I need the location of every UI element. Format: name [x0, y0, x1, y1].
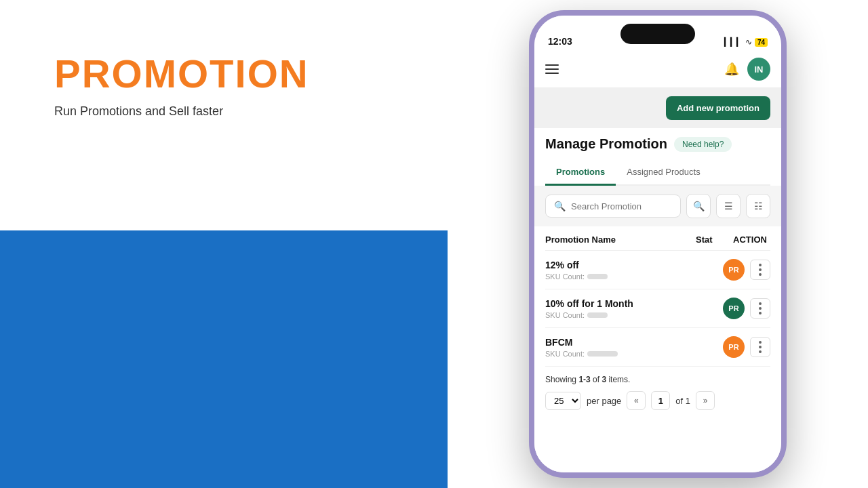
- filter-button[interactable]: ☰: [716, 194, 741, 218]
- signal-icon: ▎▎▎: [724, 37, 743, 47]
- col-header-status: Stat: [696, 235, 730, 245]
- search-input[interactable]: [571, 201, 672, 211]
- action-menu-button[interactable]: [750, 260, 770, 280]
- status-badge: PR: [723, 298, 745, 319]
- sku-count-bar: [587, 312, 608, 318]
- dot: [759, 302, 762, 305]
- promo-name: 12% off: [545, 260, 723, 270]
- sku-count: SKU Count:: [545, 311, 723, 319]
- status-badge: PR: [723, 336, 745, 358]
- pagination-section: Showing 1-3 of 3 items. 25 per page « 1 …: [534, 367, 781, 418]
- dot: [759, 346, 762, 348]
- status-time: 12:03: [548, 36, 572, 47]
- current-page-number: 1: [651, 391, 670, 410]
- search-input-wrap: 🔍: [545, 195, 681, 218]
- sku-count-bar: [587, 274, 608, 279]
- columns-button[interactable]: ☷: [746, 194, 770, 218]
- promotions-table: Promotion Name Stat ACTION 12% off SKU C…: [534, 226, 781, 367]
- dot: [759, 341, 762, 344]
- sku-count-bar: [587, 351, 618, 357]
- hamburger-menu[interactable]: [545, 64, 559, 74]
- action-menu-button[interactable]: [750, 298, 770, 319]
- promo-name: 10% off for 1 Month: [545, 298, 723, 309]
- status-icons: ▎▎▎ ∿ 74: [724, 37, 768, 47]
- tab-promotions[interactable]: Promotions: [545, 160, 616, 186]
- right-panel: 12:03 ▎▎▎ ∿ 74 🔔 IN: [448, 0, 868, 488]
- table-row: 10% off for 1 Month SKU Count: PR: [545, 289, 770, 328]
- dot: [759, 312, 762, 314]
- dot: [759, 273, 762, 276]
- tab-assigned-products[interactable]: Assigned Products: [616, 160, 711, 186]
- avatar[interactable]: IN: [747, 58, 770, 81]
- search-submit-icon: 🔍: [693, 201, 705, 211]
- range: 1-3: [578, 375, 590, 384]
- search-section: 🔍 🔍 ☰ ☷: [534, 186, 781, 226]
- need-help-badge[interactable]: Need help?: [674, 137, 732, 152]
- top-nav: 🔔 IN: [534, 51, 781, 88]
- dot: [759, 350, 762, 353]
- dynamic-island: [620, 24, 695, 44]
- promo-info: 12% off SKU Count:: [545, 260, 723, 281]
- dot: [759, 264, 762, 266]
- promo-info: BFCM SKU Count:: [545, 337, 723, 358]
- per-page-label: per page: [587, 396, 621, 406]
- search-icon: 🔍: [554, 201, 566, 211]
- status-badge: PR: [723, 259, 745, 281]
- pagination-controls: 25 per page « 1 of 1 »: [545, 391, 770, 410]
- dot: [759, 268, 762, 271]
- phone-frame: 12:03 ▎▎▎ ∿ 74 🔔 IN: [529, 10, 787, 478]
- sku-count: SKU Count:: [545, 350, 723, 358]
- manage-header: Manage Promotion Need help?: [545, 136, 770, 152]
- col-header-action: ACTION: [730, 235, 770, 245]
- action-menu-button[interactable]: [750, 337, 770, 357]
- table-header: Promotion Name Stat ACTION: [545, 226, 770, 251]
- manage-section: Manage Promotion Need help? Promotions A…: [534, 128, 781, 186]
- notification-bell-icon[interactable]: 🔔: [724, 62, 739, 77]
- table-row: BFCM SKU Count: PR: [545, 328, 770, 367]
- header-section: Add new promotion: [534, 88, 781, 128]
- showing-text: Showing 1-3 of 3 items.: [545, 375, 770, 384]
- left-panel: PROMOTION Run Promotions and Sell faster: [0, 0, 448, 488]
- manage-title: Manage Promotion: [545, 136, 667, 152]
- app-content: 🔔 IN Add new promotion Manage Promotion …: [534, 51, 781, 472]
- columns-icon: ☷: [754, 201, 763, 211]
- wifi-icon: ∿: [745, 37, 752, 47]
- sku-count: SKU Count:: [545, 272, 723, 281]
- first-page-button[interactable]: «: [627, 391, 646, 410]
- filter-icon: ☰: [724, 201, 733, 211]
- nav-right: 🔔 IN: [724, 58, 770, 81]
- page-subtitle: Run Promotions and Sell faster: [54, 104, 407, 119]
- table-row: 12% off SKU Count: PR: [545, 251, 770, 289]
- search-button[interactable]: 🔍: [686, 194, 711, 218]
- page-title: PROMOTION: [54, 54, 407, 94]
- total-pages-label: of 1: [675, 396, 690, 406]
- dot: [759, 307, 762, 310]
- add-new-promotion-button[interactable]: Add new promotion: [666, 96, 770, 120]
- battery-badge: 74: [755, 38, 768, 47]
- tabs: Promotions Assigned Products: [545, 160, 770, 186]
- promo-name: BFCM: [545, 337, 723, 348]
- promo-info: 10% off for 1 Month SKU Count:: [545, 298, 723, 319]
- last-page-button[interactable]: »: [696, 391, 715, 410]
- per-page-select[interactable]: 25: [545, 392, 581, 410]
- main-area: Add new promotion Manage Promotion Need …: [534, 88, 781, 472]
- col-header-name: Promotion Name: [545, 235, 696, 245]
